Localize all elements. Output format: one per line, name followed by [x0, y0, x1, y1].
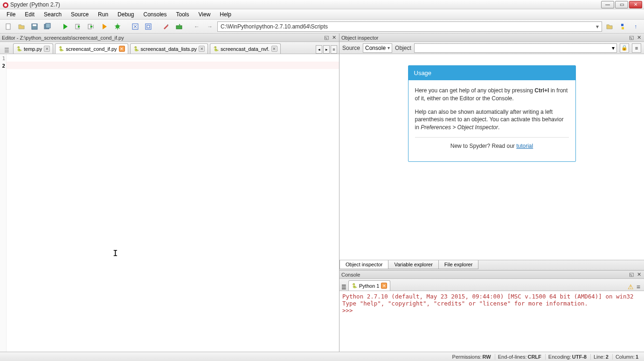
text-cursor-icon: 𝙸 — [113, 248, 118, 258]
window-title: Spyder (Python 2.7) — [10, 1, 601, 8]
minimize-button[interactable]: — — [601, 1, 614, 8]
menu-edit[interactable]: Edit — [20, 10, 39, 19]
status-eol: End-of-lines: CRLF — [495, 354, 544, 360]
back-button[interactable]: ← — [191, 21, 202, 32]
svg-rect-2 — [6, 24, 10, 29]
debug-button[interactable] — [112, 21, 123, 32]
save-all-button[interactable] — [42, 21, 53, 32]
undock-icon[interactable]: ◱ — [628, 35, 635, 41]
usage-p1: Here you can get help of any object by p… — [415, 87, 569, 103]
tab-variable-explorer[interactable]: Variable explorer — [388, 260, 438, 269]
inspector-pane-header: Object inspector ◱ ✕ — [339, 34, 644, 42]
usage-p2: Help can also be shown automatically aft… — [415, 108, 569, 132]
console-tab-label: Python 1 — [359, 283, 379, 289]
menu-source[interactable]: Source — [66, 10, 93, 19]
preferences-button[interactable] — [160, 21, 172, 32]
object-input[interactable]: ▾ — [414, 43, 617, 53]
inspector-options-button[interactable]: ≡ — [632, 43, 641, 53]
inspector-pane-title: Object inspector — [341, 35, 627, 41]
spyder-icon — [2, 1, 8, 8]
tab-close-icon[interactable]: ✕ — [119, 46, 125, 52]
source-value: Console — [365, 45, 386, 51]
maximize-button[interactable]: ▭ — [615, 1, 628, 8]
tabs-scroll-right[interactable]: ▸ — [323, 45, 330, 54]
chevron-down-icon: ▾ — [388, 45, 390, 50]
console-output[interactable]: Python 2.7.10 (default, May 23 2015, 09:… — [339, 291, 644, 352]
main-toolbar: ← → C:\WinPython\python-2.7.10.amd64\Scr… — [0, 20, 644, 34]
warning-icon: ⚠ — [628, 283, 634, 291]
menu-view[interactable]: View — [194, 10, 215, 19]
svg-rect-11 — [145, 24, 151, 29]
svg-rect-13 — [176, 26, 182, 29]
usage-body: Here you can get help of any object by p… — [409, 80, 575, 161]
menu-search[interactable]: Search — [39, 10, 66, 19]
browse-dir-button[interactable] — [604, 21, 615, 32]
inspector-toolbar: Source Console ▾ Object ▾ 🔒 ≡ — [339, 42, 644, 54]
tabs-menu-icon[interactable]: ☰ — [2, 47, 11, 54]
console-pane-header: Console ◱ ✕ — [339, 271, 644, 279]
tab-file-explorer[interactable]: File explorer — [438, 260, 479, 269]
editor-tab-data-lists[interactable]: 🐍 screencast_data_lists.py ✕ — [130, 43, 208, 54]
open-file-button[interactable] — [16, 21, 27, 32]
chevron-down-icon: ▾ — [596, 23, 599, 30]
working-dir-combo[interactable]: C:\WinPython\python-2.7.10.amd64\Scripts… — [217, 21, 602, 32]
tab-close-icon[interactable]: ✕ — [199, 46, 205, 52]
window-controls: — ▭ ✕ — [601, 1, 642, 8]
close-pane-icon[interactable]: ✕ — [636, 35, 642, 41]
maximize-pane-button[interactable] — [130, 21, 141, 32]
menu-file[interactable]: File — [2, 10, 20, 19]
editor-pane-header: Editor - Z:\python_screencasts\screencas… — [0, 34, 339, 42]
run-selection-button[interactable] — [99, 21, 110, 32]
console-tab-python1[interactable]: 🐍 Python 1 ✕ — [348, 280, 390, 291]
fullscreen-button[interactable] — [143, 21, 154, 32]
tab-object-inspector[interactable]: Object inspector — [339, 260, 388, 269]
editor-gutter: 1 2 — [0, 54, 7, 352]
parent-dir-button[interactable]: ↑ — [630, 21, 641, 32]
close-pane-icon[interactable]: ✕ — [331, 35, 337, 41]
source-combo[interactable]: Console ▾ — [363, 43, 392, 53]
close-button[interactable]: ✕ — [629, 1, 642, 8]
new-file-button[interactable] — [3, 21, 14, 32]
undock-icon[interactable]: ◱ — [323, 35, 330, 41]
run-cell-button[interactable] — [73, 21, 84, 32]
tab-close-icon[interactable]: ✕ — [381, 283, 387, 289]
python-file-icon: 🐍 — [133, 46, 139, 51]
menu-tools[interactable]: Tools — [172, 10, 194, 19]
python-file-icon: 🐍 — [16, 46, 22, 51]
editor-tab-data-nvf[interactable]: 🐍 screencast_data_nvf. ✕ — [210, 43, 281, 54]
menu-consoles[interactable]: Consoles — [138, 10, 171, 19]
tab-close-icon[interactable]: ✕ — [271, 46, 277, 52]
main-area: Editor - Z:\python_screencasts\screencas… — [0, 34, 644, 352]
console-options-icon[interactable]: ≡ — [637, 283, 640, 291]
tab-label: temp.py — [24, 46, 42, 52]
run-cell-advance-button[interactable] — [86, 21, 97, 32]
pythonpath-button[interactable] — [173, 21, 185, 32]
menu-help[interactable]: Help — [215, 10, 236, 19]
usage-card: Usage Here you can get help of any objec… — [408, 65, 576, 162]
inspector-lock-button[interactable]: 🔒 — [620, 43, 629, 53]
status-encoding: Encoding: UTF-8 — [545, 354, 589, 360]
python-icon: 🐍 — [352, 283, 357, 288]
svg-point-1 — [4, 4, 7, 7]
editor-body[interactable]: 1 2 𝙸 — [0, 54, 339, 352]
editor-tab-temp[interactable]: 🐍 temp.py ✕ — [13, 43, 53, 54]
object-label: Object — [395, 45, 411, 51]
undock-icon[interactable]: ◱ — [628, 271, 635, 278]
tab-close-icon[interactable]: ✕ — [44, 46, 50, 52]
status-line: Line: 2 — [590, 354, 611, 360]
tabs-list-button[interactable]: ≡ — [331, 45, 337, 54]
editor-tab-cond-if[interactable]: 🐍 screencast_cond_if.py ✕ — [55, 43, 128, 54]
code-area[interactable]: 𝙸 — [7, 54, 339, 352]
menu-debug[interactable]: Debug — [113, 10, 138, 19]
forward-button[interactable]: → — [204, 21, 215, 32]
editor-pane: Editor - Z:\python_screencasts\screencas… — [0, 34, 339, 352]
console-menu-icon[interactable]: ☰ — [341, 284, 346, 291]
menu-run[interactable]: Run — [93, 10, 113, 19]
tutorial-link[interactable]: tutorial — [516, 143, 533, 149]
python-icon[interactable] — [617, 21, 628, 32]
run-button[interactable] — [60, 21, 71, 32]
editor-tabs-row: ☰ 🐍 temp.py ✕ 🐍 screencast_cond_if.py ✕ … — [0, 42, 339, 54]
tabs-scroll-left[interactable]: ◂ — [316, 45, 322, 54]
close-pane-icon[interactable]: ✕ — [636, 271, 642, 278]
save-button[interactable] — [29, 21, 40, 32]
